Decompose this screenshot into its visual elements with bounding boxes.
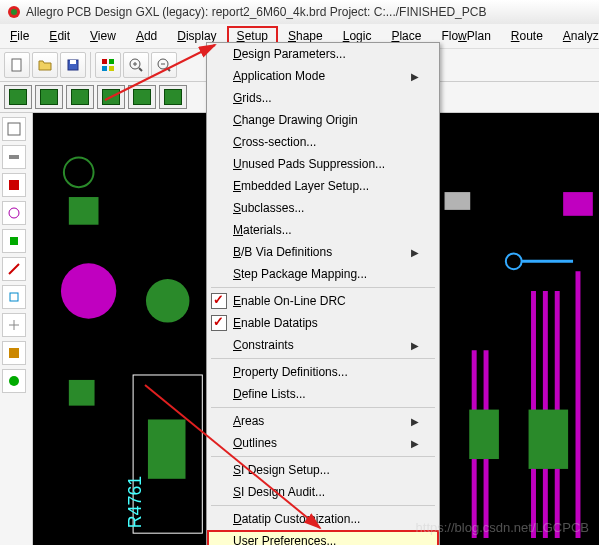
menu-flowplan[interactable]: FlowPlan xyxy=(431,26,500,46)
menuitem-enable-on-line-drc[interactable]: Enable On-Line DRC xyxy=(207,290,439,312)
svg-rect-32 xyxy=(148,419,186,478)
svg-point-19 xyxy=(9,208,19,218)
menuitem-label: Datatip Customization... xyxy=(233,512,360,526)
side-tool-4[interactable] xyxy=(2,201,26,225)
menuitem-label: Materials... xyxy=(233,223,292,237)
menuitem-label: Areas xyxy=(233,414,264,428)
menuitem-materials[interactable]: Materials... xyxy=(207,219,439,241)
svg-rect-4 xyxy=(70,60,76,64)
menuitem-subclasses[interactable]: Subclasses... xyxy=(207,197,439,219)
side-tool-9[interactable] xyxy=(2,341,26,365)
menuitem-label: Define Lists... xyxy=(233,387,306,401)
side-toolbar xyxy=(0,113,33,545)
view-mode-5[interactable] xyxy=(128,85,156,109)
menuitem-label: Unused Pads Suppression... xyxy=(233,157,385,171)
menuitem-application-mode[interactable]: Application Mode▶ xyxy=(207,65,439,87)
view-mode-4[interactable] xyxy=(97,85,125,109)
view-mode-2[interactable] xyxy=(35,85,63,109)
menuitem-change-drawing-origin[interactable]: Change Drawing Origin xyxy=(207,109,439,131)
menuitem-label: Enable Datatips xyxy=(233,316,318,330)
menuitem-cross-section[interactable]: Cross-section... xyxy=(207,131,439,153)
menu-edit[interactable]: Edit xyxy=(39,26,80,46)
menuitem-outlines[interactable]: Outlines▶ xyxy=(207,432,439,454)
svg-point-24 xyxy=(9,376,19,386)
side-tool-10[interactable] xyxy=(2,369,26,393)
view-mode-3[interactable] xyxy=(66,85,94,109)
menuitem-si-design-setup[interactable]: SI Design Setup... xyxy=(207,459,439,481)
svg-rect-40 xyxy=(529,410,569,469)
menuitem-label: Enable On-Line DRC xyxy=(233,294,346,308)
menu-separator xyxy=(211,456,435,457)
menuitem-areas[interactable]: Areas▶ xyxy=(207,410,439,432)
save-button[interactable] xyxy=(60,52,86,78)
app-icon xyxy=(6,4,22,20)
side-tool-5[interactable] xyxy=(2,229,26,253)
svg-line-14 xyxy=(167,68,170,71)
menuitem-user-preferences[interactable]: User Preferences... xyxy=(207,530,439,545)
menu-separator xyxy=(211,505,435,506)
menu-view[interactable]: View xyxy=(80,26,126,46)
view-mode-6[interactable] xyxy=(159,85,187,109)
menuitem-checkbox xyxy=(211,315,227,331)
svg-rect-18 xyxy=(9,180,19,190)
menu-file[interactable]: File xyxy=(0,26,39,46)
submenu-arrow-icon: ▶ xyxy=(411,416,419,427)
menu-analyze[interactable]: Analyze xyxy=(553,26,599,46)
menuitem-label: Grids... xyxy=(233,91,272,105)
menu-separator xyxy=(211,287,435,288)
view-mode-1[interactable] xyxy=(4,85,32,109)
svg-rect-23 xyxy=(9,348,19,358)
svg-rect-5 xyxy=(102,59,107,64)
menuitem-grids[interactable]: Grids... xyxy=(207,87,439,109)
side-tool-8[interactable] xyxy=(2,313,26,337)
svg-line-10 xyxy=(139,68,142,71)
svg-rect-44 xyxy=(563,192,593,216)
menuitem-constraints[interactable]: Constraints▶ xyxy=(207,334,439,356)
menuitem-datatip-customization[interactable]: Datatip Customization... xyxy=(207,508,439,530)
zoom-out-icon[interactable] xyxy=(151,52,177,78)
svg-point-28 xyxy=(61,263,116,318)
svg-rect-20 xyxy=(10,237,18,245)
menuitem-label: User Preferences... xyxy=(233,534,336,545)
menuitem-b-b-via-definitions[interactable]: B/B Via Definitions▶ xyxy=(207,241,439,263)
open-button[interactable] xyxy=(32,52,58,78)
menuitem-label: Embedded Layer Setup... xyxy=(233,179,369,193)
side-tool-1[interactable] xyxy=(2,117,26,141)
menu-add[interactable]: Add xyxy=(126,26,167,46)
svg-rect-41 xyxy=(445,192,471,210)
menuitem-label: Change Drawing Origin xyxy=(233,113,358,127)
menuitem-step-package-mapping[interactable]: Step Package Mapping... xyxy=(207,263,439,285)
svg-rect-2 xyxy=(12,59,21,71)
svg-point-29 xyxy=(146,279,190,323)
menuitem-label: Constraints xyxy=(233,338,294,352)
window-title: Allegro PCB Design GXL (legacy): report2… xyxy=(26,5,486,19)
menuitem-embedded-layer-setup[interactable]: Embedded Layer Setup... xyxy=(207,175,439,197)
menu-separator xyxy=(211,407,435,408)
side-tool-2[interactable] xyxy=(2,145,26,169)
menuitem-label: Outlines xyxy=(233,436,277,450)
svg-rect-7 xyxy=(102,66,107,71)
side-tool-7[interactable] xyxy=(2,285,26,309)
layer-palette-icon[interactable] xyxy=(95,52,121,78)
menuitem-define-lists[interactable]: Define Lists... xyxy=(207,383,439,405)
zoom-in-icon[interactable] xyxy=(123,52,149,78)
menuitem-property-definitions[interactable]: Property Definitions... xyxy=(207,361,439,383)
menuitem-label: Design Parameters... xyxy=(233,47,346,61)
menuitem-design-parameters[interactable]: Design Parameters... xyxy=(207,43,439,65)
menuitem-enable-datatips[interactable]: Enable Datatips xyxy=(207,312,439,334)
svg-rect-17 xyxy=(9,155,19,159)
submenu-arrow-icon: ▶ xyxy=(411,247,419,258)
side-tool-6[interactable] xyxy=(2,257,26,281)
side-tool-3[interactable] xyxy=(2,173,26,197)
submenu-arrow-icon: ▶ xyxy=(411,340,419,351)
svg-line-21 xyxy=(9,264,19,274)
svg-rect-30 xyxy=(69,380,95,406)
new-button[interactable] xyxy=(4,52,30,78)
submenu-arrow-icon: ▶ xyxy=(411,438,419,449)
svg-point-1 xyxy=(11,9,17,15)
menu-route[interactable]: Route xyxy=(501,26,553,46)
menuitem-si-design-audit[interactable]: SI Design Audit... xyxy=(207,481,439,503)
svg-rect-16 xyxy=(8,123,20,135)
menuitem-checkbox xyxy=(211,293,227,309)
menuitem-unused-pads-suppression[interactable]: Unused Pads Suppression... xyxy=(207,153,439,175)
